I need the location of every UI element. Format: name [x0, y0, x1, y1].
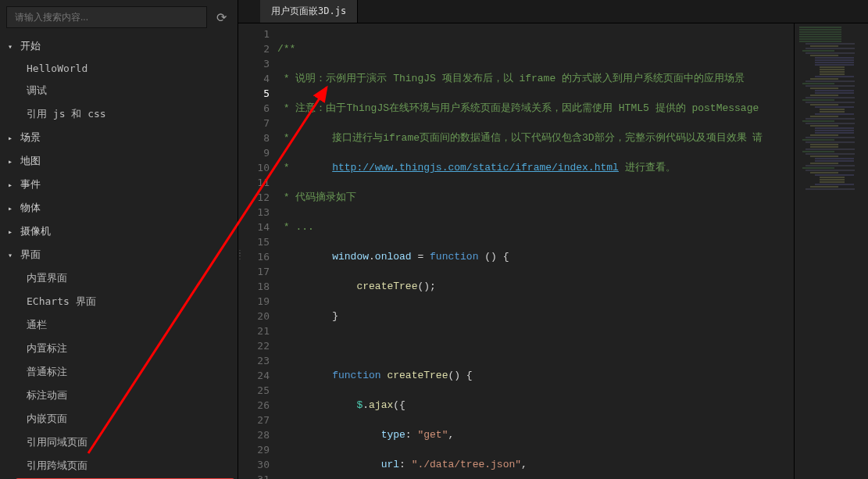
- tree-group-event[interactable]: 事件: [0, 173, 238, 196]
- code-text: /**: [277, 43, 295, 55]
- caret-right-icon: [8, 181, 17, 189]
- tree-label: 内嵌页面: [27, 412, 67, 426]
- tree-label: 物体: [20, 201, 41, 215]
- code-area[interactable]: /** * 说明：示例用于演示 ThingJS 项目发布后，以 iframe 的…: [277, 23, 794, 479]
- tree-group-ui[interactable]: 界面: [0, 243, 238, 266]
- tree-label: ECharts 界面: [27, 295, 96, 309]
- tree-label: 摄像机: [20, 224, 51, 238]
- tree-label: 引用 js 和 css: [27, 107, 106, 121]
- tree-item-marker-anim[interactable]: 标注动画: [0, 384, 238, 407]
- tree-label: 调试: [27, 84, 47, 98]
- line-gutter: 1234567891011121314151617181920212223242…: [238, 23, 277, 479]
- tree-label: 标注动画: [27, 388, 67, 402]
- tab-bar: 用户页面嵌3D.js: [238, 0, 868, 23]
- tree-item-debug[interactable]: 调试: [0, 79, 238, 102]
- search-input[interactable]: [6, 6, 207, 28]
- tree-item-echarts[interactable]: ECharts 界面: [0, 290, 238, 313]
- tree-label: 开始: [20, 39, 41, 53]
- caret-right-icon: [8, 134, 17, 142]
- code-text: * 说明：示例用于演示 ThingJS 项目发布后，以 iframe 的方式嵌入…: [277, 73, 745, 84]
- tree-item-helloworld[interactable]: HelloWorld: [0, 58, 238, 79]
- tree-label: 事件: [20, 177, 41, 191]
- tab-active[interactable]: 用户页面嵌3D.js: [260, 0, 358, 23]
- tree-group-start[interactable]: 开始: [0, 34, 238, 58]
- tree-label: 引用跨域页面: [27, 459, 88, 473]
- tree-group-map[interactable]: 地图: [0, 149, 238, 173]
- tab-label: 用户页面嵌3D.js: [271, 5, 346, 16]
- tree-group-object[interactable]: 物体: [0, 196, 238, 220]
- tree-item-jscss[interactable]: 引用 js 和 css: [0, 102, 238, 126]
- caret-down-icon: [8, 251, 17, 259]
- file-explorer: ⟳ 开始 HelloWorld 调试 引用 js 和 css 场景 地图 事件 …: [0, 0, 238, 479]
- tree-item-same-origin[interactable]: 引用同域页面: [0, 431, 238, 454]
- code-text: 进行查看。: [619, 162, 676, 173]
- tree-label: 普通标注: [27, 365, 67, 379]
- caret-right-icon: [8, 157, 17, 166]
- tree-group-scene[interactable]: 场景: [0, 126, 238, 149]
- tree-label: 通栏: [27, 318, 47, 332]
- code-text: * 接口进行与iframe页面间的数据通信，以下代码仅包含3D部分，完整示例代码…: [277, 132, 763, 144]
- caret-right-icon: [8, 204, 17, 213]
- tree-item-normal-marker[interactable]: 普通标注: [0, 360, 238, 384]
- tree-label: HelloWorld: [27, 63, 88, 74]
- tree-label: 内置界面: [27, 271, 67, 285]
- tree-item-banner[interactable]: 通栏: [0, 313, 238, 337]
- tree-item-cross-origin[interactable]: 引用跨域页面: [0, 454, 238, 477]
- code-text: * 注意：由于ThingJS在线环境与用户系统页面是跨域关系，因此需使用 HTM…: [277, 102, 759, 114]
- split-handle-icon[interactable]: ⋮⋮: [238, 252, 241, 273]
- search-row: ⟳: [0, 0, 238, 34]
- refresh-icon[interactable]: ⟳: [212, 7, 231, 28]
- code-text: * 代码摘录如下: [277, 191, 356, 203]
- tree-label: 地图: [20, 154, 41, 168]
- tree-item-embed-page[interactable]: 内嵌页面: [0, 407, 238, 431]
- caret-down-icon: [8, 42, 17, 51]
- editor[interactable]: ⋮⋮ 1234567891011121314151617181920212223…: [238, 23, 868, 479]
- tree: 开始 HelloWorld 调试 引用 js 和 css 场景 地图 事件 物体…: [0, 34, 238, 479]
- minimap[interactable]: [794, 23, 868, 479]
- tree-item-builtin-ui[interactable]: 内置界面: [0, 266, 238, 290]
- code-text: * ...: [277, 221, 314, 233]
- caret-right-icon: [8, 227, 17, 236]
- tree-label: 内置标注: [27, 341, 67, 356]
- tree-label: 引用同域页面: [27, 435, 88, 449]
- code-link[interactable]: http://www.thingjs.com/static/iframe/ind…: [332, 162, 619, 173]
- code-text: *: [277, 162, 332, 173]
- tree-label: 界面: [20, 248, 41, 262]
- tree-item-builtin-marker[interactable]: 内置标注: [0, 337, 238, 360]
- tree-group-camera[interactable]: 摄像机: [0, 220, 238, 243]
- tree-label: 场景: [20, 130, 41, 145]
- editor-panel: 用户页面嵌3D.js ⋮⋮ 12345678910111213141516171…: [238, 0, 868, 479]
